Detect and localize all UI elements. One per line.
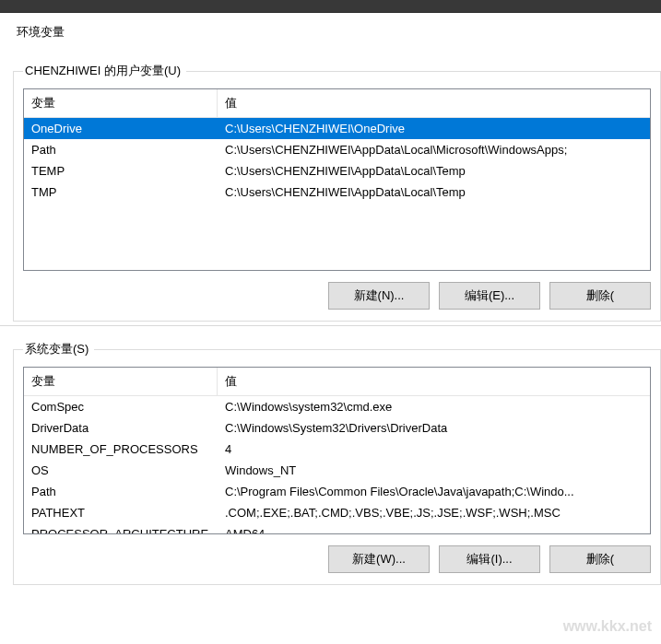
user-new-button[interactable]: 新建(N)... [328,282,430,310]
user-header-variable[interactable]: 变量 [24,89,218,117]
cell-variable: PROCESSOR_ARCHITECTURE [24,523,218,534]
system-buttons-row: 新建(W)... 编辑(I)... 删除( [23,545,651,573]
table-row[interactable]: PathC:\Users\CHENZHIWEI\AppData\Local\Mi… [24,139,650,160]
cell-value: .COM;.EXE;.BAT;.CMD;.VBS;.VBE;.JS;.JSE;.… [218,502,650,523]
cell-variable: TEMP [24,160,218,181]
table-row[interactable]: OneDriveC:\Users\CHENZHIWEI\OneDrive [24,118,650,139]
cell-value: C:\Users\CHENZHIWEI\AppData\Local\Temp [218,181,650,203]
cell-variable: NUMBER_OF_PROCESSORS [24,439,218,460]
user-header-value[interactable]: 值 [218,89,650,117]
cell-variable: OneDrive [24,118,218,139]
table-row[interactable]: PathC:\Program Files\Common Files\Oracle… [24,481,650,502]
table-row[interactable]: TMPC:\Users\CHENZHIWEI\AppData\Local\Tem… [24,181,650,203]
table-row[interactable]: TEMPC:\Users\CHENZHIWEI\AppData\Local\Te… [24,160,650,181]
system-variables-label: 系统变量(S) [23,341,94,357]
system-new-button[interactable]: 新建(W)... [328,545,430,573]
user-variables-list[interactable]: 变量 值 OneDriveC:\Users\CHENZHIWEI\OneDriv… [23,88,651,271]
cell-variable: Path [24,481,218,502]
system-list-body: ComSpecC:\Windows\system32\cmd.exeDriver… [24,396,650,534]
cell-value: C:\Windows\System32\Drivers\DriverData [218,417,650,439]
section-divider [0,325,661,326]
cell-value: C:\Users\CHENZHIWEI\OneDrive [218,118,650,139]
cell-variable: ComSpec [24,396,218,417]
table-row[interactable]: OSWindows_NT [24,460,650,481]
user-delete-button[interactable]: 删除( [549,282,651,310]
cell-variable: OS [24,460,218,481]
table-row[interactable]: PATHEXT.COM;.EXE;.BAT;.CMD;.VBS;.VBE;.JS… [24,502,650,523]
user-variables-label: CHENZHIWEI 的用户变量(U) [23,63,186,79]
user-variables-group: CHENZHIWEI 的用户变量(U) 变量 值 OneDriveC:\User… [13,63,661,322]
table-row[interactable]: NUMBER_OF_PROCESSORS4 [24,439,650,460]
cell-value: C:\Windows\system32\cmd.exe [218,396,650,417]
user-list-header: 变量 值 [24,89,650,118]
watermark: www.kkx.net [563,618,652,635]
user-edit-button[interactable]: 编辑(E)... [439,282,540,310]
cell-value: Windows_NT [218,460,650,481]
system-list-header: 变量 值 [24,368,650,396]
cell-value: C:\Users\CHENZHIWEI\AppData\Local\Micros… [218,139,650,160]
user-list-body: OneDriveC:\Users\CHENZHIWEI\OneDrivePath… [24,118,650,203]
system-edit-button[interactable]: 编辑(I)... [439,545,540,573]
cell-variable: TMP [24,181,218,203]
cell-variable: Path [24,139,218,160]
system-variables-group: 系统变量(S) 变量 值 ComSpecC:\Windows\system32\… [13,341,661,585]
window-title: 环境变量 [13,24,661,41]
system-delete-button[interactable]: 删除( [549,545,651,573]
user-buttons-row: 新建(N)... 编辑(E)... 删除( [23,282,651,310]
cell-value: C:\Users\CHENZHIWEI\AppData\Local\Temp [218,160,650,181]
window-titlebar [0,0,661,13]
cell-value: 4 [218,439,650,460]
cell-value: C:\Program Files\Common Files\Oracle\Jav… [218,481,650,502]
system-variables-list[interactable]: 变量 值 ComSpecC:\Windows\system32\cmd.exeD… [23,367,651,534]
system-header-value[interactable]: 值 [218,368,650,395]
table-row[interactable]: PROCESSOR_ARCHITECTUREAMD64 [24,523,650,534]
table-row[interactable]: DriverDataC:\Windows\System32\Drivers\Dr… [24,417,650,439]
cell-value: AMD64 [218,523,650,534]
cell-variable: PATHEXT [24,502,218,523]
dialog-body: 环境变量 CHENZHIWEI 的用户变量(U) 变量 值 OneDriveC:… [0,13,661,644]
cell-variable: DriverData [24,417,218,439]
table-row[interactable]: ComSpecC:\Windows\system32\cmd.exe [24,396,650,417]
system-header-variable[interactable]: 变量 [24,368,218,395]
